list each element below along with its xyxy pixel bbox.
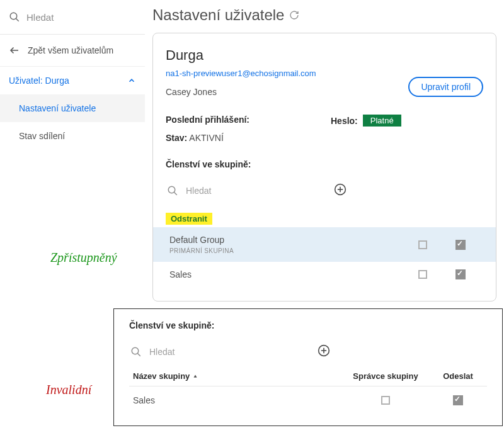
page-title: Nastavení uživatele <box>152 6 284 24</box>
search-placeholder: Hledat <box>26 12 54 23</box>
group-name: Default Group <box>169 235 404 245</box>
svg-line-4 <box>174 192 177 195</box>
plus-circle-icon <box>318 344 330 357</box>
svg-marker-13 <box>194 375 197 377</box>
col-group-admin[interactable]: Správce skupiny <box>338 371 433 381</box>
user-email[interactable]: na1-sh-previewuser1@echosignmail.com <box>166 69 316 78</box>
group-send-checkbox[interactable] <box>455 269 466 279</box>
nav-item-share-status[interactable]: Stav sdílení <box>0 122 145 150</box>
page-title-row: Nastavení uživatele <box>152 6 496 24</box>
user-card: Durga na1-sh-previewuser1@echosignmail.c… <box>152 33 496 301</box>
search-icon <box>167 185 178 196</box>
group-row-default[interactable]: Default Group PRIMÁRNÍ SKUPINA <box>153 227 496 262</box>
nav-header-label: Uživatel: Durga <box>9 76 69 86</box>
group-search-placeholder: Hledat <box>149 347 318 357</box>
svg-line-9 <box>137 353 140 356</box>
group-admin-checkbox[interactable] <box>381 396 390 405</box>
arrow-left-icon <box>9 45 20 56</box>
col-group-name[interactable]: Název skupiny <box>133 371 338 381</box>
group-membership-title-disabled: Členství ve skupině: <box>129 320 487 330</box>
state-value: AKTIVNÍ <box>189 133 223 143</box>
last-login-row: Poslední přihlášení: <box>166 115 318 127</box>
group-row-sales[interactable]: Sales <box>166 262 483 287</box>
group-admin-checkbox[interactable] <box>418 240 427 249</box>
state-label: Stav: <box>166 133 187 143</box>
annotation-disabled: Invalidní <box>46 383 91 397</box>
password-label: Heslo: <box>331 116 358 126</box>
group-search-disabled[interactable]: Hledat <box>129 339 487 364</box>
remove-action[interactable]: Odstranit <box>166 213 212 225</box>
refresh-icon[interactable] <box>289 10 299 20</box>
col-send[interactable]: Odeslat <box>433 371 483 381</box>
nav-item-user-settings[interactable]: Nastavení uživatele <box>0 94 145 122</box>
sort-asc-icon <box>192 373 198 380</box>
edit-profile-button[interactable]: Upravit profil <box>408 77 483 97</box>
group-membership-disabled-panel: Členství ve skupině: Hledat Název skupin… <box>113 308 503 426</box>
plus-circle-icon <box>334 183 346 196</box>
group-admin-checkbox[interactable] <box>418 270 427 279</box>
user-name: Durga <box>166 47 316 64</box>
back-label: Zpět všem uživatelům <box>28 45 113 55</box>
state-row: Stav: AKTIVNÍ <box>166 133 318 143</box>
search-icon <box>130 346 142 358</box>
svg-point-3 <box>168 186 175 193</box>
password-row: Heslo: Platné <box>331 115 483 127</box>
group-name: Sales <box>133 395 338 405</box>
group-row-sales-disabled[interactable]: Sales <box>129 386 487 414</box>
group-search-placeholder: Hledat <box>186 186 334 196</box>
add-group-button[interactable] <box>334 183 482 198</box>
search-icon <box>9 11 20 23</box>
svg-line-1 <box>16 18 19 21</box>
chevron-up-icon <box>127 76 136 85</box>
add-group-button[interactable] <box>318 344 486 359</box>
annotation-enabled: Zpřístupněný <box>50 251 117 265</box>
group-name: Sales <box>169 269 404 279</box>
last-login-label: Poslední přihlášení: <box>166 115 249 125</box>
primary-group-tag: PRIMÁRNÍ SKUPINA <box>169 247 404 254</box>
group-send-checkbox[interactable] <box>455 240 466 250</box>
svg-point-8 <box>132 347 139 354</box>
group-send-checkbox[interactable] <box>453 395 463 405</box>
global-search[interactable]: Hledat <box>0 0 145 35</box>
group-membership-title: Členství ve skupině: <box>166 159 483 169</box>
nav-section-user[interactable]: Uživatel: Durga <box>0 67 145 94</box>
group-table-headers: Název skupiny Správce skupiny Odeslat <box>129 364 487 386</box>
back-link[interactable]: Zpět všem uživatelům <box>0 35 145 67</box>
user-company: Casey Jones <box>166 87 316 97</box>
password-badge: Platné <box>363 115 401 127</box>
svg-point-0 <box>10 13 17 20</box>
group-search[interactable]: Hledat <box>166 178 483 203</box>
